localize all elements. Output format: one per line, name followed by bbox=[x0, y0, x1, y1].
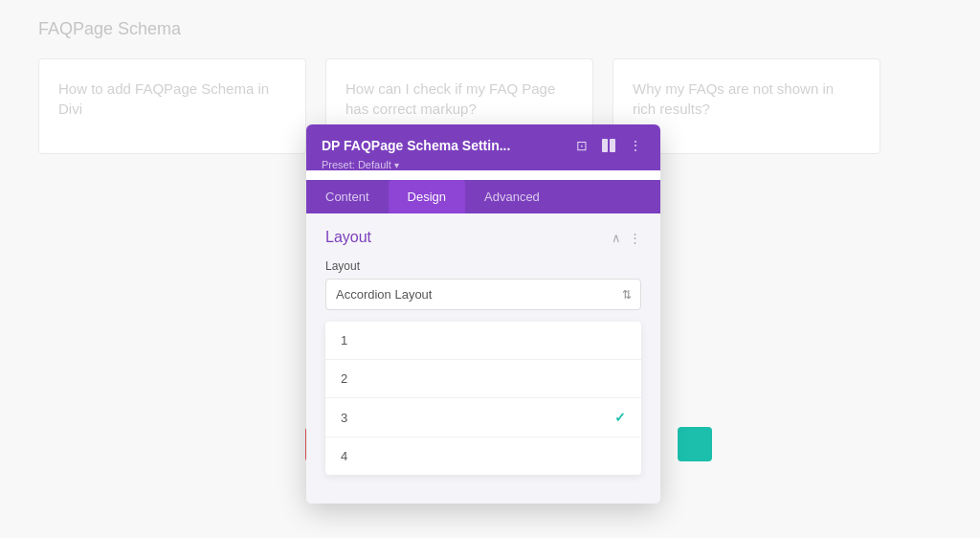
layout-select[interactable]: Accordion Layout bbox=[325, 279, 641, 310]
section-icons: ∧ ⋮ bbox=[612, 231, 641, 245]
selected-checkmark-icon: ✓ bbox=[614, 410, 626, 425]
svg-rect-0 bbox=[602, 139, 608, 152]
option-3-label: 3 bbox=[341, 411, 347, 425]
panel-header-top: DP FAQPage Schema Settin... ⊡ ⋮ bbox=[322, 136, 645, 155]
columns-icon[interactable] bbox=[599, 136, 618, 155]
option-1-label: 1 bbox=[341, 333, 347, 347]
screen-icon[interactable]: ⊡ bbox=[572, 136, 591, 155]
preset-selector[interactable]: Preset: Default bbox=[322, 159, 645, 170]
section-header: Layout ∧ ⋮ bbox=[306, 213, 660, 256]
panel-title: DP FAQPage Schema Settin... bbox=[322, 138, 572, 153]
panel-icons: ⊡ ⋮ bbox=[572, 136, 645, 155]
dropdown-option-2[interactable]: 2 bbox=[325, 360, 641, 398]
panel-tabs: Content Design Advanced bbox=[306, 180, 660, 213]
collapse-icon[interactable]: ∧ bbox=[612, 231, 621, 245]
dropdown-options: 1 2 3 ✓ 4 bbox=[325, 322, 641, 475]
tab-advanced[interactable]: Advanced bbox=[465, 180, 559, 213]
svg-rect-1 bbox=[610, 139, 615, 152]
layout-field-group: Layout Accordion Layout ⇅ bbox=[306, 256, 660, 322]
layout-field-label: Layout bbox=[325, 259, 641, 273]
dropdown-option-3[interactable]: 3 ✓ bbox=[325, 398, 641, 437]
more-icon[interactable]: ⋮ bbox=[626, 136, 645, 155]
section-title: Layout bbox=[325, 229, 371, 246]
option-2-label: 2 bbox=[341, 371, 347, 386]
panel-bottom-spacer bbox=[306, 484, 660, 504]
settings-panel: DP FAQPage Schema Settin... ⊡ ⋮ Preset: … bbox=[306, 124, 660, 504]
right-action-button[interactable] bbox=[678, 427, 712, 461]
layout-select-wrapper: Accordion Layout ⇅ bbox=[325, 279, 641, 310]
dropdown-option-4[interactable]: 4 bbox=[325, 437, 641, 475]
option-4-label: 4 bbox=[341, 449, 347, 463]
panel-header: DP FAQPage Schema Settin... ⊡ ⋮ Preset: … bbox=[306, 124, 660, 170]
tab-design[interactable]: Design bbox=[389, 180, 465, 213]
section-more-icon[interactable]: ⋮ bbox=[629, 231, 641, 245]
panel-body: Layout ∧ ⋮ Layout Accordion Layout ⇅ 1 2 bbox=[306, 213, 660, 504]
tab-content[interactable]: Content bbox=[306, 180, 389, 213]
dropdown-option-1[interactable]: 1 bbox=[325, 322, 641, 360]
